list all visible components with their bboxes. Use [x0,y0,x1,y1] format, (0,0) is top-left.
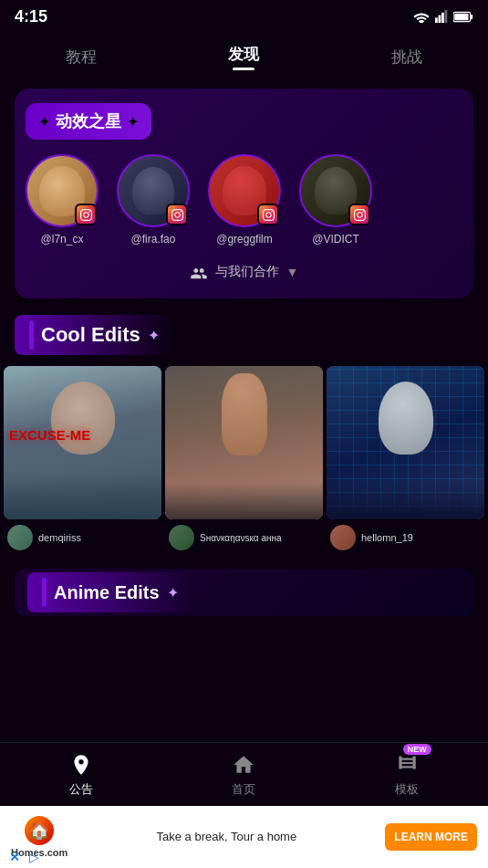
video-thumbnail [165,366,323,519]
nav-label-template: 模板 [395,781,419,798]
svg-rect-1 [439,16,441,23]
instagram-badge [166,204,188,225]
cooperate-row[interactable]: 与我们合作 ▼ [26,264,462,280]
video-user-row: demqiriss [4,519,161,550]
ad-forward-button[interactable]: ▷ [29,850,39,864]
ad-close-row: ✕ ▷ [9,850,39,864]
svg-rect-5 [471,14,472,18]
video-card[interactable]: EXCUSE-ME demqiriss [4,366,161,550]
user-avatar [330,525,356,550]
new-badge: NEW [403,744,431,755]
creator-item[interactable]: @fira.fao [117,154,190,246]
ad-close-button[interactable]: ✕ [9,850,20,864]
scroll-area: ✦ 动效之星 ✦ @l7n_cx [0,78,488,736]
people-icon [190,265,208,279]
template-icon-wrap: NEW [395,751,419,779]
sparkle-icon: ✦ [167,584,179,601]
video-username: Sнανкαηανѕкα анна [200,533,282,543]
nav-template[interactable]: NEW 模板 [394,752,420,798]
creator-item[interactable]: @VIDICT [299,154,372,246]
creator-username: @fira.fao [131,233,176,246]
anime-edits-title: Anime Edits [54,582,160,603]
creators-row: @l7n_cx @fira.fao [26,154,462,249]
video-user-row: hellomn_19 [327,519,484,550]
section-bar [42,578,47,607]
stars-banner: ✦ 动效之星 ✦ [26,103,151,140]
creator-username: @VIDICT [312,233,359,246]
svg-rect-2 [441,13,444,23]
stars-title: 动效之星 [56,110,121,132]
nav-item-tutorial[interactable]: 教程 [44,43,119,71]
cool-edits-section-label: Cool Edits ✦ [15,315,473,355]
video-thumbnail: EXCUSE-ME [4,366,161,519]
user-avatar [7,525,33,550]
creator-avatar-wrap [26,154,99,227]
top-nav: 教程 发现 挑战 [0,33,488,78]
sparkle-left: ✦ [38,113,50,131]
announcement-icon [68,752,94,778]
video-overlay-text: EXCUSE-ME [9,427,90,443]
creator-item[interactable]: @greggfilm [208,154,281,246]
creator-avatar-wrap [208,154,281,227]
signal-icon [435,9,448,24]
svg-rect-0 [435,17,438,23]
user-avatar [169,525,194,550]
sparkle-right: ✦ [127,113,139,131]
creator-avatar-wrap [117,154,190,227]
battery-icon [453,11,473,23]
creator-item[interactable]: @l7n_cx [26,154,99,246]
stars-section: ✦ 动效之星 ✦ @l7n_cx [15,89,473,298]
cooperate-label: 与我们合作 [215,264,279,280]
video-card[interactable]: Sнανкαηανѕкα анна [165,366,323,550]
ad-banner: 🏠 Homes.com Take a break, Tour a home LE… [0,806,488,868]
video-grid: EXCUSE-ME demqiriss Sнανкαηανѕкα анна [4,366,484,550]
instagram-badge [257,204,279,225]
sparkle-icon: ✦ [148,327,160,344]
video-card[interactable]: hellomn_19 [327,366,484,550]
nav-home[interactable]: 首页 [231,752,256,798]
nav-label-announcement: 公告 [69,781,93,798]
nav-item-challenge[interactable]: 挑战 [369,43,444,71]
anime-edits-section: Anime Edits ✦ [15,569,473,616]
home-icon [231,752,256,778]
wifi-icon [413,11,430,23]
section-label-bg: Cool Edits ✦ [15,315,174,355]
instagram-badge [75,204,97,225]
creator-avatar-wrap [299,154,372,227]
dropdown-icon: ▼ [286,265,299,279]
video-user-row: Sнανкαηανѕкα анна [165,519,323,550]
video-thumbnail [327,366,484,519]
creator-username: @l7n_cx [41,233,84,246]
creator-username: @greggfilm [216,233,273,246]
video-username: demqiriss [38,532,81,543]
status-bar: 4:15 [0,0,488,33]
cool-edits-title: Cool Edits [41,323,140,347]
nav-label-home: 首页 [232,781,255,798]
ad-cta-button[interactable]: LEARN MORE [385,823,477,851]
template-icon: NEW [394,752,420,778]
section-bar [29,320,34,350]
ad-text-block: Take a break, Tour a home [77,830,376,845]
video-username: hellomn_19 [361,532,413,543]
svg-rect-6 [454,13,468,20]
status-time: 4:15 [15,7,47,26]
ad-main-text: Take a break, Tour a home [77,830,376,845]
anime-label-bg: Anime Edits ✦ [27,572,193,612]
status-icons [413,9,473,24]
bottom-nav: 公告 首页 NEW 模板 [0,742,488,806]
nav-item-discover[interactable]: 发现 [206,40,281,74]
instagram-badge [348,204,370,225]
nav-announcement[interactable]: 公告 [68,752,94,798]
nav-underline [233,68,254,70]
ad-logo-icon: 🏠 [25,816,54,845]
svg-rect-3 [445,10,448,23]
